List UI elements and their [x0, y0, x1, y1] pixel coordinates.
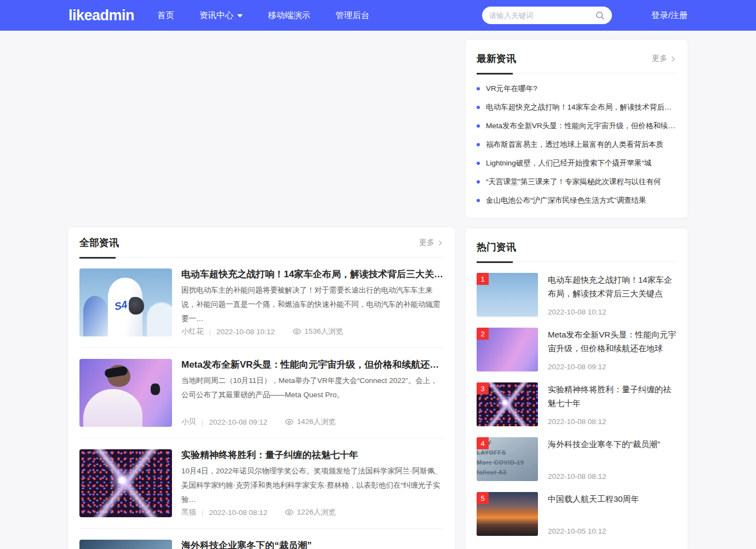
eye-icon	[285, 508, 294, 517]
login-register-link[interactable]: 登录/注册	[651, 10, 688, 21]
meta-separator: |	[209, 328, 211, 336]
article-row[interactable]: Meta发布全新VR头显：性能向元宇宙升级，但价格和续航还在地球 当地时间周二（…	[79, 348, 444, 438]
article-row[interactable]: 海外科技企业寒冬下的“裁员潮”	[79, 529, 444, 549]
left-column: 全部资讯 更多 S4 电动车超快充之战打响！14家车企布局，解读技术背后三大关键…	[68, 31, 455, 549]
latest-news-more-link[interactable]: 更多	[652, 54, 677, 64]
article-title: 海外科技企业寒冬下的“裁员潮”	[181, 540, 444, 549]
rank-badge: 3	[477, 382, 489, 394]
latest-news-item[interactable]: 福布斯首富易主，透过地球上最富有的人类看背后本质	[477, 135, 677, 154]
article-thumbnail	[79, 449, 172, 517]
hot-news-item[interactable]: 3 实验精神终将胜利：量子纠缠的祛魅七十年 2022-10-08 08:12	[477, 382, 677, 426]
hot-item-date: 2022-10-05 10:12	[548, 527, 677, 536]
latest-news-header: 最新资讯 更多	[477, 52, 677, 73]
all-news-more-link[interactable]: 更多	[419, 238, 444, 248]
article-views: 1226人浏览	[297, 507, 336, 517]
hot-thumbnail: 2	[477, 328, 538, 371]
all-news-title: 全部资讯	[79, 236, 119, 249]
article-author: 小贝	[181, 417, 196, 427]
top-navbar: likeadmin 首页 资讯中心 移动端演示 管理后台	[0, 0, 756, 31]
latest-news-item[interactable]: “天宫课堂”第三课来了！专家揭秘此次课程与以往有何	[477, 173, 677, 191]
nav-item-mobile-demo[interactable]: 移动端演示	[268, 10, 311, 21]
nav-item-admin-panel[interactable]: 管理后台	[336, 10, 370, 21]
latest-news-item[interactable]: VR元年在哪年?	[477, 79, 677, 98]
rank-badge: 4	[477, 437, 489, 449]
article-thumbnail: S4	[79, 268, 172, 336]
rank-badge: 2	[477, 328, 489, 340]
article-meta: 小贝 | 2022-10-08 09:12 1426人浏览	[181, 417, 444, 427]
article-date: 2022-10-08 08:12	[209, 508, 268, 517]
hot-thumbnail: 4 CITY LAYOFFS More COVID-19 fallout A3	[477, 437, 538, 481]
article-thumbnail	[79, 359, 172, 427]
hot-news-header: 热门资讯	[477, 241, 677, 262]
article-row[interactable]: 实验精神终将胜利：量子纠缠的祛魅七十年 10月4日，2022年诺贝尔物理学奖公布…	[79, 438, 444, 529]
chevron-down-icon	[237, 14, 243, 18]
latest-news-item[interactable]: 金山电池公布“沪广深市民绿色生活方式”调查结果	[477, 191, 677, 210]
hot-item-title: Meta发布全新VR头显：性能向元宇宙升级，但价格和续航还在地球	[548, 328, 677, 355]
latest-news-title: 最新资讯	[477, 52, 516, 65]
hot-thumbnail: 5	[477, 492, 538, 536]
nav-item-home[interactable]: 首页	[157, 10, 174, 21]
hot-item-date: 2022-10-08 08:12	[548, 472, 677, 481]
article-meta: 黑猫 | 2022-10-08 08:12 1226人浏览	[181, 507, 444, 517]
article-author: 黑猫	[181, 507, 196, 517]
hot-item-title: 实验精神终将胜利：量子纠缠的祛魅七十年	[548, 382, 677, 410]
hot-news-item[interactable]: 5 中国载人航天工程30周年 2022-10-05 10:12	[477, 492, 677, 536]
article-views: 1536人浏览	[305, 327, 343, 336]
article-excerpt: 当地时间周二（10月11日），Meta举办了VR年度大会“Connect 202…	[181, 374, 444, 402]
latest-news-card: 最新资讯 更多 VR元年在哪年? 电动车超快充之战打响！14家车企布局，解读技术…	[466, 40, 688, 218]
bullet-dot-icon	[477, 162, 480, 165]
article-date: 2022-10-08 10:12	[216, 328, 275, 336]
bullet-dot-icon	[477, 106, 480, 109]
page-content: 全部资讯 更多 S4 电动车超快充之战打响！14家车企布局，解读技术背后三大关键…	[68, 31, 688, 549]
article-views: 1426人浏览	[297, 417, 336, 427]
article-title: Meta发布全新VR头显：性能向元宇宙升级，但价格和续航还在地球	[181, 359, 444, 371]
article-meta: 小红花 | 2022-10-08 10:12 1536人浏览	[181, 327, 444, 336]
article-title: 电动车超快充之战打响！14家车企布局，解读技术背后三大关键点	[181, 268, 444, 281]
bullet-dot-icon	[477, 143, 480, 146]
banner-placeholder	[68, 31, 455, 227]
article-author: 小红花	[181, 327, 204, 336]
eye-icon	[293, 327, 301, 336]
hot-item-title: 电动车超快充之战打响！14家车企布局，解读技术背后三大关键点	[548, 273, 677, 300]
search-icon[interactable]	[595, 10, 605, 20]
article-row[interactable]: S4 电动车超快充之战打响！14家车企布局，解读技术背后三大关键点 困扰电动车主…	[79, 258, 444, 348]
latest-news-item[interactable]: 电动车超快充之战打响！14家车企布局，解读技术背后三…	[477, 98, 677, 117]
hot-item-title: 中国载人航天工程30周年	[548, 492, 677, 506]
hot-thumbnail: 3	[477, 382, 538, 426]
right-column: 最新资讯 更多 VR元年在哪年? 电动车超快充之战打响！14家车企布局，解读技术…	[466, 31, 688, 549]
hot-item-date: 2022-10-08 10:12	[548, 308, 677, 317]
latest-news-item[interactable]: Lightning破壁，人们已经开始搜索下个撬开苹果“城	[477, 154, 677, 173]
article-date: 2022-10-08 09:12	[209, 418, 268, 426]
hot-item-date: 2022-10-08 09:12	[548, 363, 677, 371]
all-news-card: 全部资讯 更多 S4 电动车超快充之战打响！14家车企布局，解读技术背后三大关键…	[68, 227, 455, 549]
article-excerpt: 困扰电动车主的补能问题将要被解决了！对于需要长途出行的电动汽车车主来说，补能问题…	[181, 283, 444, 326]
article-title: 实验精神终将胜利：量子纠缠的祛魅七十年	[181, 449, 444, 461]
search-box	[482, 7, 612, 24]
chevron-right-icon	[437, 239, 444, 247]
meta-separator: |	[202, 418, 204, 426]
hot-item-date: 2022-10-08 08:12	[548, 418, 677, 426]
chevron-right-icon	[669, 55, 677, 62]
meta-separator: |	[202, 508, 204, 517]
hot-thumbnail: 1 S4	[477, 273, 538, 317]
search-input[interactable]	[489, 12, 595, 20]
latest-news-list: VR元年在哪年? 电动车超快充之战打响！14家车企布局，解读技术背后三… Met…	[477, 79, 677, 210]
article-thumbnail	[79, 540, 172, 549]
nav-item-news-center[interactable]: 资讯中心	[199, 10, 243, 21]
latest-news-item[interactable]: Meta发布全新VR头显：性能向元宇宙升级，但价格和续…还	[477, 117, 677, 135]
hot-news-item[interactable]: 4 CITY LAYOFFS More COVID-19 fallout A3 …	[477, 437, 677, 481]
likeadmin-logo[interactable]: likeadmin	[68, 7, 134, 24]
hot-news-item[interactable]: 2 Meta发布全新VR头显：性能向元宇宙升级，但价格和续航还在地球 2022-…	[477, 328, 677, 371]
hot-news-item[interactable]: 1 S4 电动车超快充之战打响！14家车企布局，解读技术背后三大关键点 2022…	[477, 273, 677, 317]
hot-news-card: 热门资讯 1 S4 电动车超快充之战打响！14家车企布局，解读技术背后三大关键点…	[466, 228, 688, 549]
rank-badge: 5	[477, 492, 489, 504]
all-news-header: 全部资讯 更多	[79, 236, 444, 258]
hot-news-title: 热门资讯	[477, 241, 516, 254]
bullet-dot-icon	[477, 87, 480, 90]
hot-item-title: 海外科技企业寒冬下的“裁员潮”	[548, 437, 677, 451]
article-excerpt: 10月4日，2022年诺贝尔物理学奖公布。奖项颁发给了法国科学家阿兰·阿斯佩、美…	[181, 464, 444, 507]
main-nav: 首页 资讯中心 移动端演示 管理后台	[157, 10, 395, 21]
bullet-dot-icon	[477, 180, 480, 184]
rank-badge: 1	[477, 273, 489, 285]
eye-icon	[285, 418, 294, 426]
